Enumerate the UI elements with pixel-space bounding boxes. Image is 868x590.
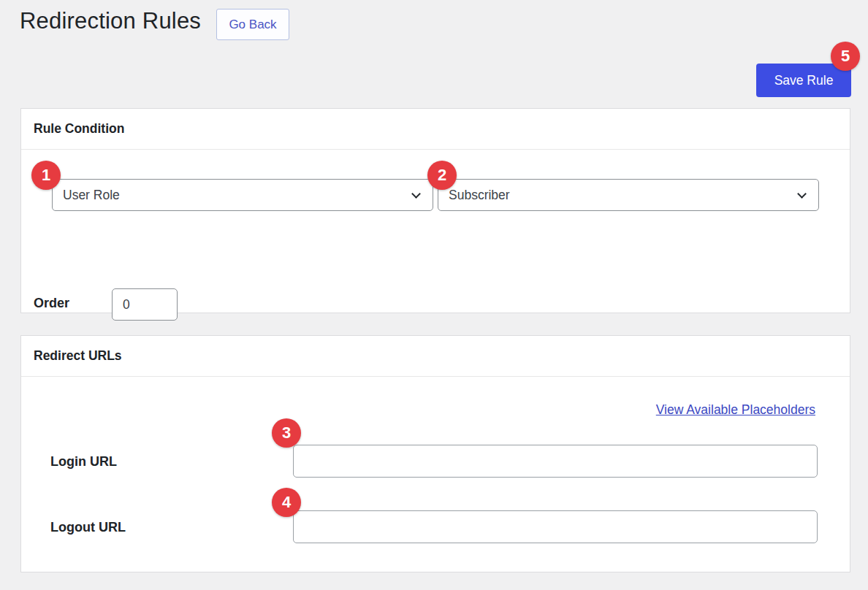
page-title: Redirection Rules xyxy=(20,8,201,34)
condition-value-select[interactable]: Subscriber xyxy=(438,179,819,211)
logout-url-label: Logout URL xyxy=(50,520,126,535)
condition-type-select-value: User Role xyxy=(63,188,120,203)
order-label: Order xyxy=(34,296,69,311)
redirect-urls-panel: Redirect URLs View Available Placeholder… xyxy=(20,335,850,572)
step-badge-4: 4 xyxy=(272,488,301,517)
step-badge-5: 5 xyxy=(831,42,860,71)
order-input[interactable] xyxy=(112,288,178,321)
redirection-rules-page: Redirection Rules Go Back Save Rule Rule… xyxy=(0,0,868,590)
step-badge-1: 1 xyxy=(31,161,61,190)
condition-value-select-value: Subscriber xyxy=(449,188,510,203)
rule-condition-heading: Rule Condition xyxy=(21,109,850,150)
view-available-placeholders-link[interactable]: View Available Placeholders xyxy=(656,402,815,418)
logout-url-input[interactable] xyxy=(293,510,818,543)
chevron-down-icon xyxy=(797,189,807,199)
step-badge-2: 2 xyxy=(427,161,457,190)
chevron-down-icon xyxy=(411,189,421,199)
redirect-urls-heading: Redirect URLs xyxy=(21,336,850,377)
step-badge-3: 3 xyxy=(272,418,301,448)
go-back-button[interactable]: Go Back xyxy=(216,9,289,40)
condition-type-select[interactable]: User Role xyxy=(52,179,433,211)
rule-condition-panel: Rule Condition User Role Subscriber Orde… xyxy=(20,108,850,313)
login-url-input[interactable] xyxy=(293,445,818,478)
login-url-label: Login URL xyxy=(50,454,117,470)
